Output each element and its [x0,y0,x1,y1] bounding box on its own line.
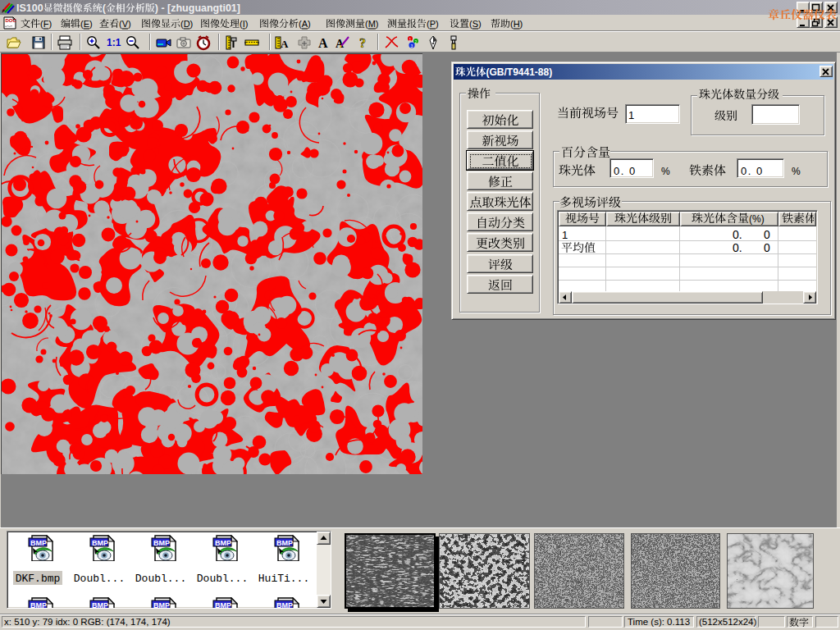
svg-text:Doubl...: Doubl... [74,573,125,585]
svg-text:Time (s): 0.113: Time (s): 0.113 [628,617,690,627]
svg-text:0.: 0. [733,228,742,241]
svg-text:%: % [661,166,670,177]
svg-text:HuiTi...: HuiTi... [258,573,309,585]
svg-text:0: 0 [764,228,770,241]
svg-text:1: 1 [628,109,634,121]
svg-text:(S): (S) [469,19,482,29]
svg-text:(P): (P) [427,19,439,29]
svg-text:(V): (V) [119,19,131,29]
svg-text:(D): (D) [180,19,193,29]
svg-text:(F): (F) [40,19,52,29]
svg-text:(: ( [103,2,107,14]
svg-text:(H): (H) [510,19,523,29]
svg-text:x: 510 y: 79 idx: 0 RGB: (17: x: 510 y: 79 idx: 0 RGB: (174, 174, 174) [4,617,171,627]
svg-text:(M): (M) [365,19,379,29]
svg-text:1: 1 [562,229,568,241]
svg-text:(GB/T9441-88): (GB/T9441-88) [486,66,553,78]
svg-text:0. 0: 0. 0 [614,165,637,177]
svg-text:(E): (E) [80,19,93,29]
svg-text:0. 0: 0. 0 [741,165,764,177]
svg-text:(A): (A) [299,19,311,29]
svg-text:%: % [792,166,801,177]
svg-text:Doubl...: Doubl... [197,573,248,585]
svg-text:Doubl...: Doubl... [135,573,186,585]
svg-text:DKF.bmp: DKF.bmp [16,573,61,585]
svg-text:(%): (%) [749,213,765,225]
svg-text:) - [zhuguangti01]: ) - [zhuguangti01] [155,2,240,14]
svg-text:0.: 0. [733,241,742,254]
svg-text:0: 0 [764,241,770,254]
svg-text:(I): (I) [240,19,248,29]
svg-text:(512x512x24): (512x512x24) [699,617,756,627]
svg-text:IS100: IS100 [16,2,43,14]
